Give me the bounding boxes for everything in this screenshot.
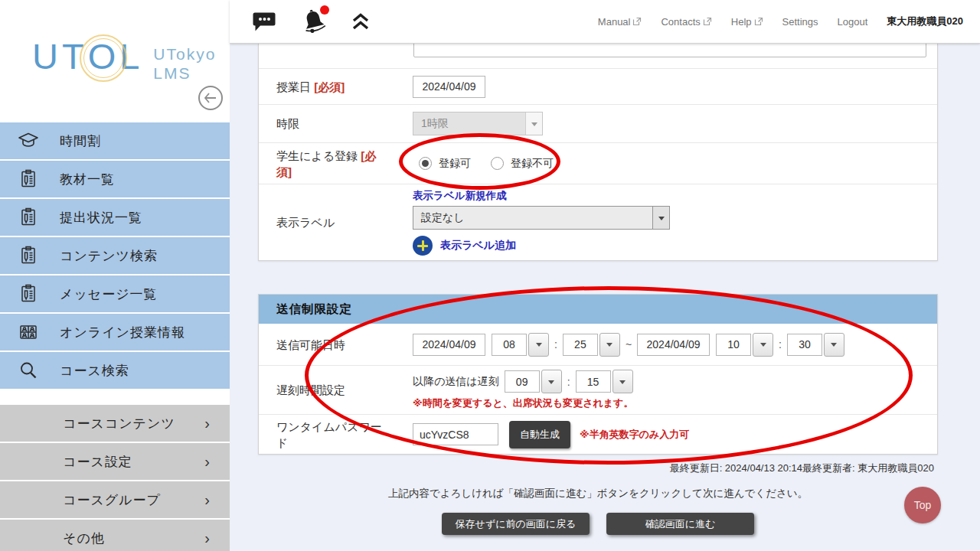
sidebar-item-others[interactable]: その他 › — [0, 520, 230, 551]
topbar-links: Manual Contacts Help Settings Logout 東大用… — [598, 15, 980, 28]
sidebar-item-label: 教材一覧 — [60, 171, 115, 188]
logout-link[interactable]: Logout — [838, 16, 868, 28]
chevron-right-icon: › — [204, 491, 210, 509]
scroll-to-top-button[interactable]: Top — [904, 487, 941, 523]
label-text: 時限 — [276, 117, 299, 130]
selected-value: 設定なし — [413, 207, 652, 229]
minute-spinner-button[interactable] — [612, 370, 633, 393]
display-label-select[interactable]: 設定なし — [413, 206, 670, 230]
field-label: 遅刻時間設定 — [276, 382, 391, 398]
hour-spinner-button[interactable] — [528, 333, 549, 357]
range-separator: ~ — [626, 338, 632, 350]
main-menu: 時間割 教材一覧 提出状況一覧 コンテンツ検索 メッセージ一覧 — [0, 122, 230, 389]
truncated-text-input[interactable] — [413, 44, 926, 57]
link-label: Settings — [782, 16, 818, 28]
form-row-truncated — [259, 44, 937, 69]
late-minute-input[interactable] — [576, 370, 611, 393]
form-row-period: 時限 1時限 — [259, 105, 937, 143]
label-text: 学生による登録 — [276, 149, 358, 162]
available-to-minute-input[interactable] — [787, 334, 822, 356]
footer-buttons: 保存せずに前の画面に戻る 確認画面に進む — [258, 513, 938, 535]
hour-spinner-button[interactable] — [753, 333, 773, 357]
logo-text: L — [119, 35, 143, 77]
chevron-right-icon: › — [204, 530, 210, 547]
available-from-hour-input[interactable] — [492, 334, 527, 356]
contacts-link[interactable]: Contacts — [661, 16, 711, 28]
sidebar-item-course-contents[interactable]: コースコンテンツ › — [0, 405, 230, 442]
notification-badge — [320, 5, 329, 15]
sidebar-item-submissions[interactable]: 提出状況一覧 — [0, 199, 230, 236]
sidebar-item-content-search[interactable]: コンテンツ検索 — [0, 237, 230, 274]
section-header: 送信制限設定 — [259, 295, 937, 324]
form-row-available-datetime: 送信可能日時 : ~ : — [259, 324, 937, 366]
sidebar-item-materials[interactable]: 教材一覧 — [0, 161, 230, 197]
utol-logo: UTOL UTokyo LMS — [32, 35, 216, 83]
registration-allow-radio[interactable] — [419, 157, 432, 170]
available-to-hour-input[interactable] — [716, 334, 751, 356]
onetime-password-input[interactable] — [413, 423, 498, 445]
otp-format-note: ※半角英数字のみ入力可 — [580, 428, 689, 442]
required-badge: [必須] — [314, 80, 345, 93]
sidebar-divider — [0, 390, 230, 405]
label-text: 表示ラベル — [276, 216, 335, 229]
hour-spinner-button[interactable] — [541, 370, 562, 393]
notifications-bell-icon[interactable] — [300, 8, 328, 34]
sidebar: UTOL UTokyo LMS 時間割 教材一覧 — [0, 0, 230, 551]
radio-label[interactable]: 登録可 — [439, 157, 471, 171]
collapse-topbar-icon[interactable] — [351, 12, 371, 31]
chat-icon[interactable] — [253, 11, 277, 32]
label-text: 授業日 — [276, 80, 311, 93]
logo-o: O — [88, 35, 120, 77]
plus-icon — [413, 236, 433, 256]
lesson-form-panel: 授業日 [必須] 時限 1時限 学生による登録 [必須] — [258, 44, 938, 261]
add-display-label-button[interactable]: 表示ラベル追加 — [413, 236, 516, 256]
sidebar-item-course-search[interactable]: コース検索 — [0, 352, 230, 389]
logo-text: UT — [32, 35, 88, 77]
form-row-display-label: 表示ラベル 表示ラベル新規作成 設定なし 表示ラベル追加 — [259, 184, 937, 260]
available-to-date-input[interactable] — [637, 334, 710, 356]
clipboard-icon — [17, 168, 40, 191]
help-link[interactable]: Help — [731, 16, 763, 28]
graduation-cap-icon — [17, 129, 40, 152]
current-user-name: 東大用教職員020 — [887, 15, 963, 28]
form-row-late-time: 遅刻時間設定 以降の送信は遅刻 : ※時間を変更すると、出席状況も変更されます。 — [259, 366, 937, 415]
settings-link[interactable]: Settings — [782, 16, 818, 28]
add-display-label-link[interactable]: 表示ラベル追加 — [440, 239, 516, 253]
late-hour-input[interactable] — [505, 370, 540, 393]
time-colon: : — [567, 376, 570, 388]
class-date-input[interactable] — [413, 76, 485, 98]
chevron-right-icon: › — [204, 415, 210, 432]
period-select[interactable]: 1時限 — [413, 112, 543, 135]
sidebar-item-course-settings[interactable]: コース設定 › — [0, 443, 230, 480]
field-label: ワンタイムパスワード — [276, 419, 391, 451]
sidebar-item-course-group[interactable]: コースグループ › — [0, 481, 230, 518]
sidebar-item-messages[interactable]: メッセージ一覧 — [0, 276, 230, 312]
registration-deny-radio[interactable] — [491, 157, 504, 170]
sidebar-collapse-button[interactable] — [198, 86, 223, 110]
available-from-date-input[interactable] — [413, 334, 485, 356]
link-label: Contacts — [661, 16, 700, 28]
field-label: 表示ラベル — [276, 214, 391, 230]
radio-label[interactable]: 登録不可 — [511, 157, 554, 171]
sidebar-item-label: コースグループ — [63, 491, 161, 509]
sidebar-item-label: コース設定 — [63, 453, 132, 471]
time-colon: : — [779, 338, 782, 350]
minute-spinner-button[interactable] — [824, 333, 844, 357]
sidebar-item-label: コース検索 — [60, 362, 129, 380]
minute-spinner-button[interactable] — [599, 333, 620, 357]
field-label: 時限 — [276, 116, 391, 132]
sidebar-item-label: その他 — [63, 530, 105, 547]
back-without-save-button[interactable]: 保存せずに前の画面に戻る — [442, 513, 590, 535]
logo-subtitle-line2: LMS — [153, 64, 216, 83]
field-label: 送信可能日時 — [276, 337, 391, 353]
arrow-left-icon — [204, 93, 217, 103]
create-display-label-link[interactable]: 表示ラベル新規作成 — [413, 189, 506, 203]
manual-link[interactable]: Manual — [598, 16, 642, 28]
sidebar-item-timetable[interactable]: 時間割 — [0, 122, 230, 159]
clipboard-icon — [17, 282, 40, 305]
sidebar-item-label: オンライン授業情報 — [60, 324, 185, 341]
available-from-minute-input[interactable] — [563, 334, 598, 356]
auto-generate-button[interactable]: 自動生成 — [509, 421, 570, 448]
sidebar-item-online-class[interactable]: オンライン授業情報 — [0, 314, 230, 350]
proceed-to-confirm-button[interactable]: 確認画面に進む — [606, 513, 754, 535]
